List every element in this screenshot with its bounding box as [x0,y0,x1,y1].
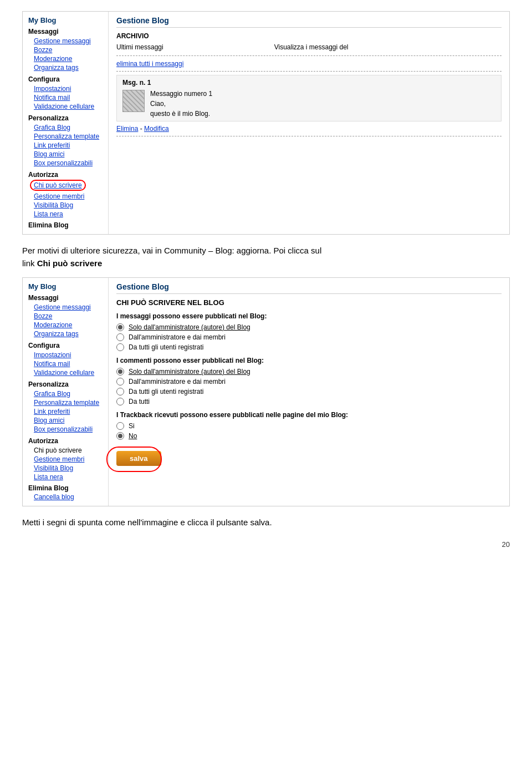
sidebar-section-personalizza-2: Personalizza [28,381,103,388]
radio-group-q3: Si No [116,422,502,440]
sidebar-link-personalizza-template-1[interactable]: Personalizza template [28,132,103,141]
question-1: I messaggi possono essere pubblicati nel… [116,312,502,320]
sidebar-link-gestione-membri-2[interactable]: Gestione membri [28,455,103,464]
sidebar-link-lista-nera-2[interactable]: Lista nera [28,473,103,481]
sidebar-title-2: My Blog [28,282,103,291]
question-2: I commenti possono esser pubblicati nel … [116,357,502,364]
sidebar-link-moderazione-2[interactable]: Moderazione [28,321,103,329]
sidebar-link-cancella-blog-2[interactable]: Cancella blog [28,493,103,501]
bottom-prose: Metti i segni di spunta come nell'immagi… [22,516,510,529]
message-box-1: Msg. n. 1 Messaggio numero 1 Ciao, quest… [116,75,502,121]
ultimi-messaggi-label: Ultimi messaggi [116,43,163,51]
radio-item-q2-0: Solo dall'amministratore (autore) del Bl… [116,368,502,376]
sidebar-link-impostazioni-2[interactable]: Impostazioni [28,351,103,359]
sidebar-link-chi-puo-scrivere-2[interactable]: Chi può scrivere [28,446,103,455]
radio-circle-q1-1[interactable] [116,333,124,341]
radio-label-q2-0: Solo dall'amministratore (autore) del Bl… [129,368,250,376]
screenshot-panel-2: My Blog Messaggi Gestione messaggi Bozze… [22,277,510,506]
sidebar-link-validazione-cellulare-2[interactable]: Validazione cellulare [28,368,103,377]
elimina-link[interactable]: Elimina [116,125,138,133]
sidebar-link-gestione-messaggi-1[interactable]: Gestione messaggi [28,37,103,45]
elimina-tutti-messaggi-link[interactable]: elimina tutti i messaggi [116,60,183,68]
radio-group-q1: Solo dall'amministratore (autore) del Bl… [116,323,502,351]
sidebar-link-preferiti-1[interactable]: Link preferiti [28,141,103,150]
radio-item-q3-0: Si [116,422,502,430]
sidebar-section-configura-1: Configura [28,75,103,83]
sidebar-1: My Blog Messaggi Gestione messaggi Bozze… [23,12,109,234]
dash-separator: - [140,125,142,133]
sidebar-link-grafica-blog-2[interactable]: Grafica Blog [28,389,103,398]
sidebar-link-validazione-cellulare-1[interactable]: Validazione cellulare [28,102,103,111]
msg-actions: Elimina - Modifica [116,125,502,133]
sidebar-link-box-personalizzabili-2[interactable]: Box personalizzabili [28,425,103,434]
radio-label-q2-1: Dall'amministratore e dai membri [129,378,226,385]
visualizza-messaggi-label: Visualizza i messaggi del [274,43,349,51]
archive-section-label: ARCHIVIO [116,32,502,40]
sidebar-link-gestione-membri-1[interactable]: Gestione membri [28,192,103,201]
sidebar-link-notifica-mail-2[interactable]: Notifica mail [28,359,103,368]
sidebar-link-organizza-tags-2[interactable]: Organizza tags [28,329,103,338]
radio-group-q2: Solo dall'amministratore (autore) del Bl… [116,368,502,405]
msg-text: Messaggio numero 1 Ciao, questo è il mio… [150,90,212,118]
sidebar-link-chi-puo-scrivere-1[interactable]: Chi può scrivere [34,181,82,190]
main-title-1: Gestione Blog [116,16,502,28]
radio-circle-q2-1[interactable] [116,378,124,385]
sidebar-link-moderazione-1[interactable]: Moderazione [28,54,103,63]
sidebar-link-notifica-mail-1[interactable]: Notifica mail [28,93,103,102]
msg-body: Messaggio numero 1 Ciao, questo è il mio… [122,90,495,118]
prose-line2: link [22,258,37,268]
chi-puo-scrivere-highlight-1: Chi può scrivere [30,180,86,191]
sidebar-link-blog-amici-2[interactable]: Blog amici [28,416,103,425]
msg-title: Messaggio numero 1 [150,90,212,98]
radio-item-q2-2: Da tutti gli utenti registrati [116,388,502,395]
radio-circle-q2-0[interactable] [116,368,124,376]
sidebar-section-autorizza-2: Autorizza [28,437,103,445]
sidebar-link-grafica-blog-1[interactable]: Grafica Blog [28,123,103,132]
main-content-1: Gestione Blog ARCHIVIO Ultimi messaggi V… [109,12,509,234]
sidebar-link-lista-nera-1[interactable]: Lista nera [28,210,103,219]
msg-thumbnail [122,90,145,112]
sidebar-section-messaggi-2: Messaggi [28,294,103,302]
sidebar-title-1: My Blog [28,16,103,24]
radio-label-q1-0: Solo dall'amministratore (autore) del Bl… [129,323,250,331]
radio-circle-q1-2[interactable] [116,343,124,351]
radio-circle-q3-1[interactable] [116,432,124,440]
question-3: I Trackback ricevuti possono essere pubb… [116,411,502,419]
sidebar-2: My Blog Messaggi Gestione messaggi Bozze… [23,278,109,506]
archive-row: Ultimi messaggi Visualizza i messaggi de… [116,43,502,51]
sidebar-link-visibilita-blog-1[interactable]: Visibilità Blog [28,201,103,210]
sidebar-link-link-preferiti-2[interactable]: Link preferiti [28,407,103,416]
radio-circle-q2-2[interactable] [116,388,124,395]
modifica-link[interactable]: Modifica [144,125,169,133]
sidebar-link-visibilita-blog-2[interactable]: Visibilità Blog [28,464,103,473]
chi-puo-scrivere-section: CHI PUÒ SCRIVERE NEL BLOG [116,298,502,307]
main-content-2: Gestione Blog CHI PUÒ SCRIVERE NEL BLOG … [109,278,509,506]
divider-3 [116,136,502,136]
sidebar-elimina-blog-1: Elimina Blog [28,221,103,230]
sidebar-link-blog-amici-1[interactable]: Blog amici [28,150,103,159]
sidebar-link-bozze-1[interactable]: Bozze [28,45,103,54]
prose-line1: Per motivi di ulteriore sicurezza, vai i… [22,246,321,255]
sidebar-link-bozze-2[interactable]: Bozze [28,312,103,321]
save-button[interactable]: salva [116,451,161,466]
prose-text-1: Per motivi di ulteriore sicurezza, vai i… [22,245,510,270]
radio-circle-q1-0[interactable] [116,323,124,331]
sidebar-section-personalizza-1: Personalizza [28,114,103,122]
radio-circle-q2-3[interactable] [116,398,124,405]
thumbnail-image [123,90,144,111]
sidebar-link-impostazioni-1[interactable]: Impostazioni [28,84,103,93]
divider-1 [116,55,502,56]
sidebar-link-personalizza-template-2[interactable]: Personalizza template [28,398,103,407]
sidebar-link-box-personalizzabili-1[interactable]: Box personalizzabili [28,159,103,168]
sidebar-link-organizza-tags-1[interactable]: Organizza tags [28,63,103,72]
radio-label-q1-2: Da tutti gli utenti registrati [129,343,203,351]
msg-line1: Ciao, [150,100,212,108]
msg-number: Msg. n. 1 [122,79,495,87]
main-title-2: Gestione Blog [116,282,502,294]
radio-item-q1-2: Da tutti gli utenti registrati [116,343,502,351]
radio-circle-q3-0[interactable] [116,422,124,430]
prose-bold: Chi può scrivere [37,258,103,268]
sidebar-link-gestione-messaggi-2[interactable]: Gestione messaggi [28,303,103,312]
screenshot-panel-1: My Blog Messaggi Gestione messaggi Bozze… [22,11,510,235]
radio-label-q2-3: Da tutti [129,398,150,405]
